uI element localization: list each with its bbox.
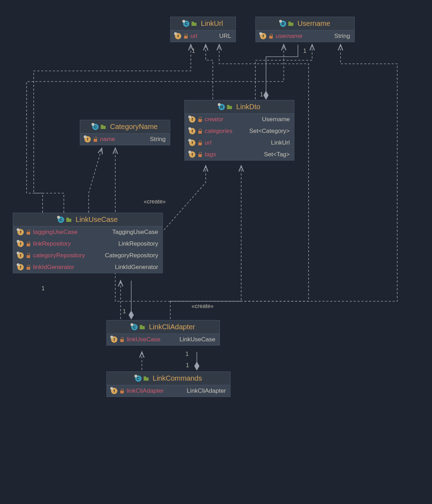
field-icon: f [111,388,117,394]
field-name: categoryRepository [33,252,85,259]
class-LinkCommands: C LinkCommands f linkCliAdapter LinkCliA… [106,371,231,397]
class-kind-icon: R [280,21,286,27]
field-icon: f [260,33,266,39]
multiplicity-label: 1 [303,48,306,54]
multiplicity-label: 1 [41,285,45,292]
lock-icon [93,137,98,142]
field-type: LinkCliAdapter [187,387,226,394]
edge-linkdto-username-comp [266,45,298,99]
field-type: String [334,33,350,40]
class-header: C CategoryName [80,120,170,134]
stereotype-create: «create» [144,198,166,205]
stereotype-create: «create» [192,303,214,309]
class-header: R LinkDto [185,100,294,114]
field-name: linkUseCase [127,336,160,343]
field-icon: f [189,116,195,123]
class-kind-icon: C [58,217,64,223]
field-icon: f [17,264,24,270]
lock-icon [26,265,31,270]
class-field-row: f taggingUseCase TaggingUseCase [13,226,162,238]
lock-icon [198,152,202,157]
field-icon: f [17,252,24,259]
class-header: C LinkUseCase [13,213,162,226]
class-field-row: f username String [256,30,354,42]
multiplicity-label: 1 [123,308,126,315]
lock-icon [198,117,202,122]
multiplicity-label: 1 [192,48,195,54]
field-name: url [205,139,211,146]
package-icon [288,22,293,26]
class-title: CategoryName [110,123,158,131]
edge-linkcliadapter-linkdto [170,166,241,319]
field-name: creator [205,116,223,123]
edge-linkusecase-categoryname [89,148,102,213]
class-Username: R Username f username String [255,17,355,42]
class-title: LinkUseCase [76,215,118,224]
class-LinkUrl: C LinkUrl f url URL [170,17,236,42]
field-name: linkIdGenerator [33,264,74,271]
lock-icon [269,34,273,39]
class-field-row: f linkIdGenerator LinkIdGenerator [13,262,162,273]
lock-icon [26,241,31,246]
field-name: linkCliAdapter [127,387,164,394]
class-CategoryName: C CategoryName f name String [80,120,170,145]
class-kind-icon: C [135,375,142,382]
field-name: categories [205,128,232,135]
field-type: Set<Tag> [264,151,290,158]
class-kind-icon: C [131,324,138,330]
package-icon [227,105,232,109]
lock-icon [198,129,202,134]
class-header: C LinkUrl [171,17,236,30]
field-type: LinkUrl [271,139,290,146]
field-name: username [276,33,303,40]
lock-icon [26,230,31,235]
class-header: C LinkCliAdapter [107,320,220,334]
class-field-row: f name String [80,134,170,145]
field-icon: f [189,140,195,146]
multiplicity-label: 1 [186,362,189,369]
field-icon: f [84,136,91,142]
field-icon: f [189,151,195,158]
field-icon: f [17,229,24,235]
package-icon [192,22,196,26]
class-field-row: f categoryRepository CategoryRepository [13,250,162,262]
field-icon: f [175,33,181,39]
class-field-row: f linkCliAdapter LinkCliAdapter [107,385,230,397]
field-type: LinkUseCase [179,336,215,343]
multiplicity-label: 1 [260,91,263,98]
class-kind-icon: C [183,21,189,27]
field-type: String [150,136,166,143]
edge-linkusecase-linkdto [161,166,206,233]
field-type: URL [219,33,231,40]
package-icon [144,376,149,381]
lock-icon [184,34,188,39]
package-icon [66,218,71,222]
class-field-row: f url URL [171,30,236,42]
field-name: taggingUseCase [33,229,78,236]
class-field-row: f linkRepository LinkRepository [13,238,162,250]
class-title: LinkCliAdapter [149,323,195,331]
lock-icon [120,388,124,393]
package-icon [101,125,106,129]
lock-icon [198,140,202,145]
class-kind-icon: C [92,124,99,130]
class-header: R Username [256,17,354,30]
field-type: Username [262,116,290,123]
field-name: linkRepository [33,240,71,247]
field-icon: f [111,336,117,343]
class-field-row: f url LinkUrl [185,137,294,149]
field-type: LinkIdGenerator [115,264,158,271]
edge-linkcliadapter-username [170,45,397,301]
class-title: LinkDto [236,103,260,111]
package-icon [140,325,145,329]
class-LinkDto: R LinkDto f creator Username f categorie… [184,100,294,161]
class-kind-icon: R [218,104,225,110]
class-title: LinkUrl [201,19,223,28]
class-field-row: f creator Username [185,114,294,125]
class-title: Username [298,19,330,28]
field-icon: f [189,128,195,134]
multiplicity-label: 1 [185,351,189,357]
field-name: url [190,33,197,40]
field-name: tags [205,151,216,158]
field-name: name [100,136,115,143]
